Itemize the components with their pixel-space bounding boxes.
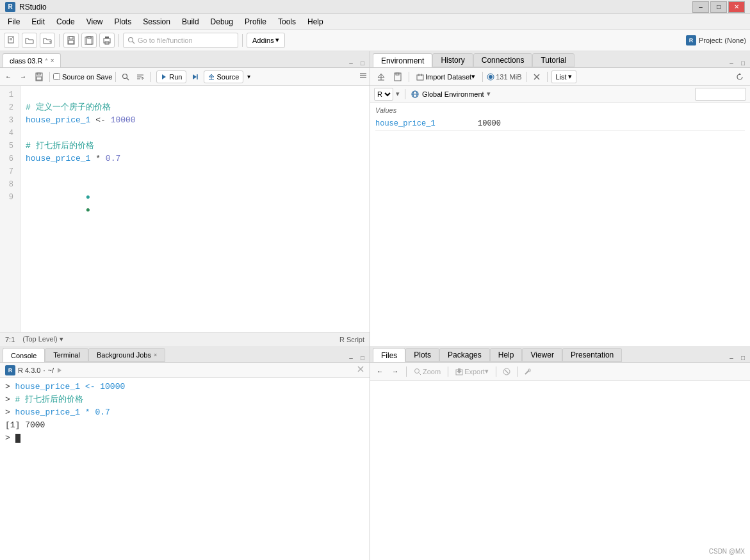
console-pane: Console Terminal Background Jobs × – □ R… bbox=[0, 346, 370, 560]
files-tab-packages[interactable]: Packages bbox=[439, 348, 490, 362]
menu-code[interactable]: Code bbox=[51, 16, 80, 28]
console-clear-button[interactable] bbox=[357, 365, 364, 375]
env-search-input[interactable] bbox=[695, 88, 746, 101]
editor-forward-button[interactable]: → bbox=[17, 70, 30, 83]
svg-rect-60 bbox=[528, 369, 530, 372]
files-maximize-button[interactable]: □ bbox=[738, 353, 747, 362]
files-back-button[interactable]: ← bbox=[374, 365, 387, 378]
editor-pane: class 03.R * × – □ ← → Source on Sa bbox=[0, 51, 370, 346]
code-line-3: house_price_1 <- 10000 bbox=[26, 114, 364, 127]
run-button[interactable]: Run bbox=[156, 70, 186, 83]
env-tab-environment[interactable]: Environment bbox=[373, 53, 432, 67]
maximize-button[interactable]: □ bbox=[710, 1, 727, 13]
source-btn[interactable]: Source bbox=[204, 70, 243, 83]
save-all-button[interactable] bbox=[81, 33, 97, 48]
menu-plots[interactable]: Plots bbox=[110, 16, 137, 28]
menu-help[interactable]: Help bbox=[302, 16, 329, 28]
editor-back-button[interactable]: ← bbox=[3, 70, 15, 83]
source-on-save-label[interactable]: Source on Save bbox=[53, 73, 112, 81]
console-maximize-button[interactable]: □ bbox=[358, 353, 367, 362]
print-button[interactable] bbox=[99, 33, 115, 48]
close-button[interactable]: ✕ bbox=[728, 1, 745, 13]
editor-tab-active[interactable]: class 03.R * × bbox=[3, 53, 61, 67]
background-jobs-close[interactable]: × bbox=[154, 352, 157, 358]
etb-sep-1 bbox=[49, 72, 50, 82]
editor-minimize-button[interactable]: – bbox=[346, 58, 355, 67]
menu-edit[interactable]: Edit bbox=[26, 16, 50, 28]
etb-sep-2 bbox=[115, 72, 116, 82]
menu-file[interactable]: File bbox=[3, 16, 25, 28]
editor-code-tools-button[interactable] bbox=[134, 70, 147, 83]
files-forward-button[interactable]: → bbox=[389, 365, 402, 378]
svg-rect-39 bbox=[417, 75, 423, 80]
run-next-button[interactable] bbox=[189, 70, 202, 83]
env-scope-label: Global Environment bbox=[422, 90, 484, 98]
menu-session[interactable]: Session bbox=[138, 16, 175, 28]
r-version-display: R R 4.3.0 · ~/ bbox=[5, 365, 64, 375]
editor-tab-close[interactable]: × bbox=[51, 57, 54, 64]
console-content[interactable]: > house_price_1 <- 10000 > # 打七折后的价格 > h… bbox=[0, 378, 370, 560]
menu-view[interactable]: View bbox=[81, 16, 108, 28]
files-minimize-button[interactable]: – bbox=[727, 353, 736, 362]
addins-button[interactable]: Addins ▾ bbox=[247, 33, 285, 48]
open-file-button[interactable] bbox=[22, 33, 37, 48]
plots-brush-button[interactable] bbox=[521, 365, 534, 378]
menu-tools[interactable]: Tools bbox=[273, 16, 301, 28]
cursor-position: 7:1 bbox=[5, 336, 15, 343]
source-on-save-checkbox[interactable] bbox=[53, 73, 60, 80]
env-maximize-button[interactable]: □ bbox=[738, 58, 747, 67]
list-view-button[interactable]: List ▾ bbox=[551, 70, 576, 83]
save-button[interactable] bbox=[63, 33, 79, 48]
env-scope-bar: R ▾ Global Environment ▾ bbox=[370, 86, 750, 103]
editor-pane-controls: – □ bbox=[346, 58, 367, 67]
files-tab-help[interactable]: Help bbox=[490, 348, 523, 362]
editor-maximize-button[interactable]: □ bbox=[358, 58, 367, 67]
console-tab-terminal[interactable]: Terminal bbox=[45, 348, 88, 362]
env-save-button[interactable] bbox=[391, 70, 405, 83]
new-file-button[interactable] bbox=[4, 33, 19, 48]
env-import-button[interactable]: Import Dataset ▾ bbox=[413, 70, 478, 83]
env-toolbar: Import Dataset ▾ 131 MiB List ▾ bbox=[370, 68, 750, 86]
menu-build[interactable]: Build bbox=[177, 16, 204, 28]
console-tab-console[interactable]: Console bbox=[3, 348, 45, 362]
plots-zoom-button[interactable]: Zoom bbox=[411, 365, 444, 378]
console-tab-background-jobs[interactable]: Background Jobs × bbox=[88, 348, 165, 362]
editor-search-button[interactable] bbox=[119, 70, 132, 83]
menu-debug[interactable]: Debug bbox=[206, 16, 238, 28]
env-clear-button[interactable] bbox=[530, 70, 543, 83]
svg-line-20 bbox=[127, 78, 129, 80]
console-line-2: > # 打七折后的价格 bbox=[5, 393, 364, 406]
app-title: RStudio bbox=[19, 3, 692, 12]
files-tab-bar: Files Plots Packages Help Viewer Present… bbox=[370, 346, 750, 363]
env-tab-tutorial[interactable]: Tutorial bbox=[532, 53, 575, 67]
files-content bbox=[370, 381, 750, 560]
env-tab-connections[interactable]: Connections bbox=[473, 53, 533, 67]
svg-marker-24 bbox=[142, 77, 143, 79]
open-recent-button[interactable]: ▾ bbox=[40, 33, 55, 48]
svg-rect-18 bbox=[37, 77, 42, 80]
files-tab-files[interactable]: Files bbox=[373, 348, 405, 362]
env-tab-history[interactable]: History bbox=[432, 53, 473, 67]
env-refresh-button[interactable] bbox=[733, 70, 746, 83]
files-sep-2 bbox=[448, 366, 448, 377]
plots-delete-button[interactable] bbox=[500, 365, 513, 378]
plots-export-button[interactable]: Export ▾ bbox=[452, 365, 492, 378]
console-minimize-button[interactable]: – bbox=[346, 353, 355, 362]
editor-save-btn[interactable] bbox=[32, 70, 46, 83]
files-tab-presentation[interactable]: Presentation bbox=[562, 348, 622, 362]
code-editor[interactable]: 12345 6789 # 定义一个房子的价格 house_price_1 <- … bbox=[0, 86, 370, 332]
source-dropdown[interactable]: ▾ bbox=[245, 70, 257, 83]
toolbar-separator-3 bbox=[242, 34, 243, 47]
minimize-button[interactable]: – bbox=[692, 1, 709, 13]
scope-label: (Top Level) ▾ bbox=[22, 335, 63, 343]
editor-options-button[interactable] bbox=[359, 72, 367, 81]
env-language-select[interactable]: R bbox=[374, 88, 393, 101]
env-minimize-button[interactable]: – bbox=[727, 58, 736, 67]
go-to-file-input[interactable]: Go to file/function bbox=[123, 33, 238, 48]
code-content[interactable]: # 定义一个房子的价格 house_price_1 <- 10000 # 打七折… bbox=[20, 86, 370, 332]
menu-profile[interactable]: Profile bbox=[240, 16, 272, 28]
memory-display: 131 MiB bbox=[487, 73, 521, 81]
env-load-button[interactable] bbox=[374, 70, 388, 83]
files-tab-viewer[interactable]: Viewer bbox=[522, 348, 562, 362]
files-tab-plots[interactable]: Plots bbox=[405, 348, 439, 362]
